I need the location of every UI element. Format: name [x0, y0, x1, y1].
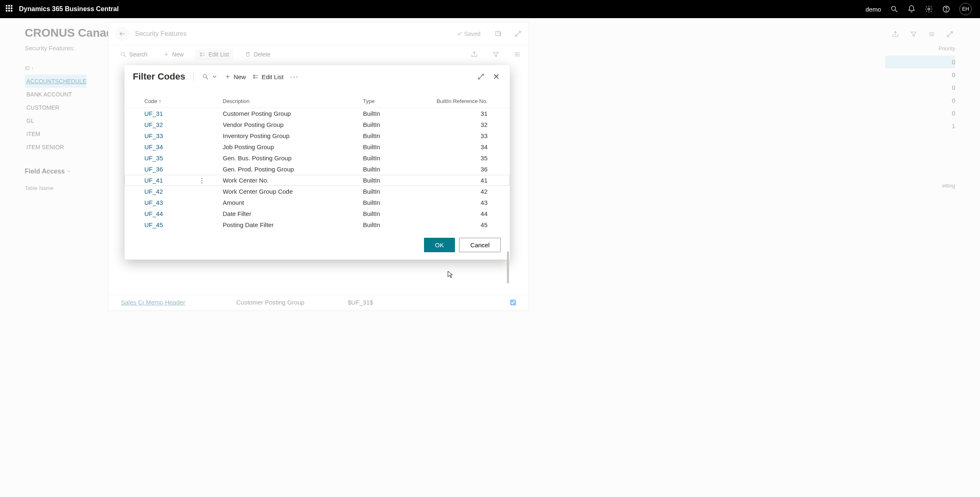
svg-point-0 — [891, 6, 895, 10]
table-row[interactable]: UF_33Inventory Posting GroupBuiltIn33 — [125, 130, 510, 141]
cell-type: BuiltIn — [363, 166, 425, 173]
cell-code[interactable]: UF_34 — [144, 143, 223, 150]
cell-code[interactable]: UF_42 — [144, 188, 223, 195]
cell-ref: 34 — [425, 143, 500, 150]
col-code-header[interactable]: Code ↑ — [144, 98, 223, 104]
cell-type: BuiltIn — [363, 199, 425, 206]
cell-desc: Inventory Posting Group — [223, 132, 363, 139]
cell-ref: 35 — [425, 155, 500, 162]
cell-type: BuiltIn — [363, 221, 425, 228]
cell-type: BuiltIn — [363, 132, 425, 139]
cell-ref: 45 — [425, 221, 500, 228]
cell-desc: Work Center Group Code — [223, 188, 363, 195]
cell-ref: 42 — [425, 188, 500, 195]
search-icon[interactable] — [890, 5, 898, 13]
cell-type: BuiltIn — [363, 177, 425, 184]
cell-type: BuiltIn — [363, 110, 425, 117]
scrollbar[interactable] — [506, 190, 509, 317]
grid-header: Code ↑ Description Type BuiltIn Referenc… — [125, 87, 510, 108]
cell-ref: 43 — [425, 199, 500, 206]
table-row[interactable]: UF_43AmountBuiltIn43 — [125, 197, 510, 208]
more-actions-button[interactable]: ··· — [290, 73, 299, 81]
cell-type: BuiltIn — [363, 155, 425, 162]
cell-desc: Customer Posting Group — [223, 110, 363, 117]
cancel-button[interactable]: Cancel — [459, 238, 501, 252]
topbar: Dynamics 365 Business Central demo EH — [0, 0, 980, 18]
table-row[interactable]: UF_35Gen. Bus. Posting GroupBuiltIn35 — [125, 152, 510, 164]
table-row[interactable]: UF_34Job Posting GroupBuiltIn34 — [125, 141, 510, 152]
tenant-label[interactable]: demo — [865, 6, 881, 13]
cell-ref: 31 — [425, 110, 500, 117]
cell-type: BuiltIn — [363, 188, 425, 195]
cell-code[interactable]: UF_45 — [144, 221, 223, 228]
cell-desc: Amount — [223, 199, 363, 206]
avatar[interactable]: EH — [959, 3, 972, 15]
svg-rect-25 — [254, 75, 255, 76]
app-title: Dynamics 365 Business Central — [19, 5, 119, 13]
cell-code[interactable]: UF_32 — [144, 121, 223, 128]
dialog-search-button[interactable] — [202, 73, 218, 80]
svg-point-2 — [928, 8, 930, 10]
cell-code[interactable]: UF_33 — [144, 132, 223, 139]
table-row[interactable]: UF_44Date FilterBuiltIn44 — [125, 208, 510, 219]
dialog-edit-list-button[interactable]: Edit List — [252, 73, 283, 80]
cell-desc: Gen. Bus. Posting Group — [223, 155, 363, 162]
cell-code[interactable]: UF_41 — [144, 177, 223, 184]
svg-point-4 — [946, 11, 947, 11]
svg-line-22 — [206, 77, 208, 79]
svg-rect-26 — [254, 77, 255, 78]
cell-desc: Gen. Prod. Posting Group — [223, 166, 363, 173]
cell-type: BuiltIn — [363, 210, 425, 217]
search-icon — [202, 73, 209, 80]
svg-point-21 — [203, 75, 207, 78]
cell-ref: 33 — [425, 132, 500, 139]
app-launcher-icon[interactable] — [6, 5, 14, 13]
col-type-header[interactable]: Type — [363, 98, 425, 104]
col-desc-header[interactable]: Description — [223, 98, 363, 104]
ok-button[interactable]: OK — [424, 238, 455, 252]
edit-list-icon — [252, 73, 259, 80]
help-icon[interactable] — [942, 5, 950, 13]
cell-desc: Posting Date Filter — [223, 221, 363, 228]
table-row[interactable]: UF_42Work Center Group CodeBuiltIn42 — [125, 186, 510, 197]
col-ref-header[interactable]: BuiltIn Reference No. — [425, 98, 500, 104]
cell-ref: 44 — [425, 210, 500, 217]
expand-icon[interactable] — [477, 73, 485, 80]
table-row[interactable]: UF_31Customer Posting GroupBuiltIn31 — [125, 108, 510, 119]
bell-icon[interactable] — [907, 5, 916, 13]
table-row[interactable]: UF_41Work Center No.BuiltIn41⋮ — [125, 175, 510, 186]
chevron-down-icon — [211, 73, 218, 80]
cell-ref: 41 — [425, 177, 500, 184]
svg-line-1 — [895, 10, 898, 12]
plus-icon — [224, 73, 231, 80]
cell-desc: Vendor Posting Group — [223, 121, 363, 128]
table-row[interactable]: UF_36Gen. Prod. Posting GroupBuiltIn36 — [125, 164, 510, 175]
filter-codes-dialog: Filter Codes New Edit List ··· ✕ Code ↑ — [125, 65, 510, 260]
cell-code[interactable]: UF_35 — [144, 155, 223, 162]
cell-code[interactable]: UF_44 — [144, 210, 223, 217]
cell-type: BuiltIn — [363, 121, 425, 128]
cell-code[interactable]: UF_36 — [144, 166, 223, 173]
cell-desc: Job Posting Group — [223, 143, 363, 150]
table-row[interactable]: UF_32Vendor Posting GroupBuiltIn32 — [125, 119, 510, 130]
row-menu-button[interactable]: ⋮ — [199, 177, 205, 184]
close-button[interactable]: ✕ — [491, 71, 502, 82]
gear-icon[interactable] — [925, 5, 933, 13]
cell-ref: 36 — [425, 166, 500, 173]
cell-type: BuiltIn — [363, 143, 425, 150]
cell-code[interactable]: UF_31 — [144, 110, 223, 117]
cell-code[interactable]: UF_43 — [144, 199, 223, 206]
dialog-new-button[interactable]: New — [224, 73, 246, 80]
cell-desc: Work Center No. — [223, 177, 363, 184]
table-row[interactable]: UF_45Posting Date FilterBuiltIn45 — [125, 219, 510, 230]
cell-ref: 32 — [425, 121, 500, 128]
dialog-title: Filter Codes — [133, 71, 185, 82]
cell-desc: Date Filter — [223, 210, 363, 217]
